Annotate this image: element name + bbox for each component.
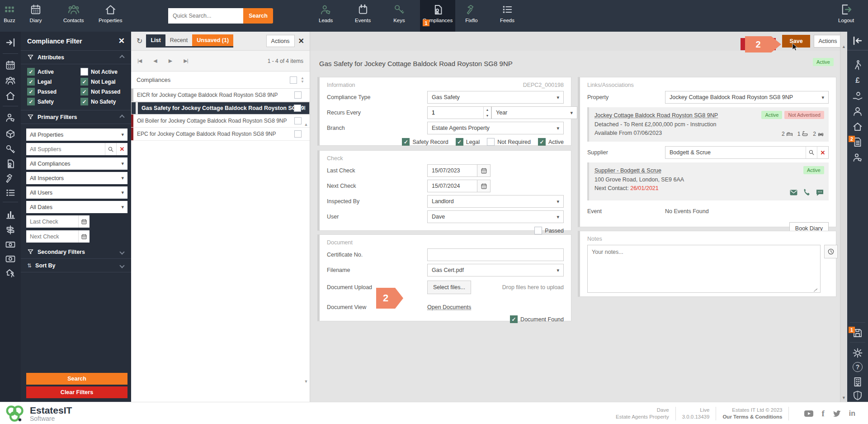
sort-arrows-icon[interactable]: ▲▼ xyxy=(301,76,304,84)
filename-select[interactable]: Gas Cert.pdf xyxy=(427,264,564,276)
list-item-eicr[interactable]: EICR for Jockey Cottage Baldock Road Roy… xyxy=(131,89,310,102)
close-icon[interactable]: ✕ xyxy=(298,37,304,45)
checkbox-passed[interactable]: Passed xyxy=(534,227,564,234)
twitter-icon[interactable] xyxy=(832,409,842,419)
user-select[interactable]: Dave xyxy=(427,210,564,223)
all-suppliers-input[interactable] xyxy=(26,143,105,155)
list-item-gas-safety[interactable]: Gas Safety for Jockey Cottage Baldock Ro… xyxy=(131,102,310,114)
box-icon[interactable] xyxy=(5,129,16,139)
supplier-input[interactable] xyxy=(665,147,806,158)
checkbox[interactable] xyxy=(80,88,88,95)
calendar-icon[interactable] xyxy=(5,60,16,71)
house-person-icon[interactable] xyxy=(5,268,16,279)
tab-list[interactable]: List xyxy=(146,34,165,46)
checkbox[interactable] xyxy=(538,138,546,146)
terms-link[interactable]: Our Terms & Conditions xyxy=(722,414,782,420)
person-icon[interactable] xyxy=(852,106,863,117)
page-next-icon[interactable]: ▶ xyxy=(169,58,172,64)
checkbox-no-safety[interactable]: No Safety xyxy=(80,98,131,105)
notes-textarea[interactable] xyxy=(587,245,821,293)
list-actions-button[interactable]: Actions xyxy=(266,35,295,47)
gear-icon[interactable] xyxy=(852,348,863,358)
checkbox[interactable] xyxy=(27,68,35,76)
checkbox[interactable] xyxy=(27,98,35,105)
help-icon[interactable]: ? xyxy=(853,362,863,372)
clear-icon[interactable] xyxy=(116,143,127,155)
checkbox[interactable] xyxy=(27,88,35,95)
home-icon[interactable] xyxy=(852,121,863,132)
primary-filters-section-header[interactable]: Primary Filters xyxy=(21,110,131,124)
next-check-input[interactable] xyxy=(427,180,477,192)
bar-chart-icon[interactable] xyxy=(5,209,16,220)
row-checkbox[interactable] xyxy=(294,130,302,138)
checkbox-active[interactable]: Active xyxy=(538,138,564,146)
secondary-filters-section-header[interactable]: Secondary Filters xyxy=(21,245,131,259)
clear-icon[interactable] xyxy=(817,147,828,158)
nav-item-buzz[interactable]: Buzz xyxy=(3,3,16,30)
main-scrollbar[interactable]: ▲ ▼ xyxy=(840,32,847,402)
nav-item-compliances[interactable]: Compliances 1 xyxy=(420,0,455,32)
checkbox[interactable] xyxy=(80,78,88,86)
sms-icon[interactable] xyxy=(816,188,824,197)
email-icon[interactable] xyxy=(789,188,798,197)
scroll-up-icon[interactable]: ▲ xyxy=(303,122,309,127)
collapse-right-icon[interactable] xyxy=(5,37,16,48)
row-checkbox[interactable] xyxy=(294,105,301,112)
checkbox[interactable] xyxy=(487,138,495,146)
nav-item-properties[interactable]: Properties xyxy=(99,3,122,30)
search-icon[interactable] xyxy=(105,143,116,155)
nav-item-contacts[interactable]: Contacts xyxy=(63,3,84,30)
list-item-oil-boiler[interactable]: Oil Boiler for Jockey Cottage Baldock Ro… xyxy=(131,114,310,128)
checkbox-not-active[interactable]: Not Active xyxy=(80,68,131,76)
hammer-icon[interactable] xyxy=(5,173,16,184)
checkbox-active[interactable]: Active xyxy=(27,68,80,76)
building-icon[interactable] xyxy=(852,376,863,387)
branch-select[interactable]: Estate Agents Property xyxy=(427,122,564,134)
compliance-certificate-icon[interactable] xyxy=(5,158,16,169)
quick-search-button[interactable]: Search xyxy=(243,8,273,24)
nav-item-events[interactable]: Events xyxy=(355,3,371,30)
recurs-every-input[interactable] xyxy=(428,107,483,119)
spinner-up-icon[interactable]: ▲ xyxy=(484,107,491,113)
page-last-icon[interactable]: ▶| xyxy=(184,58,188,64)
checkbox[interactable] xyxy=(80,98,88,105)
checkbox-legal[interactable]: Legal xyxy=(27,78,80,86)
nav-item-feeds[interactable]: Feeds xyxy=(500,3,514,30)
attributes-section-header[interactable]: Attributes xyxy=(21,51,131,64)
card-icon[interactable] xyxy=(5,253,16,264)
last-check-input[interactable] xyxy=(427,164,477,177)
people-icon[interactable] xyxy=(5,75,16,86)
page-prev-icon[interactable]: ◀ xyxy=(153,58,156,64)
refresh-icon[interactable] xyxy=(137,37,142,45)
nav-item-diary[interactable]: Diary xyxy=(29,3,42,30)
all-properties-select[interactable]: All Properties xyxy=(26,129,127,141)
all-inspectors-select[interactable]: All Inspectors xyxy=(26,172,127,184)
compliance-type-select[interactable]: Gas Safety xyxy=(427,91,564,104)
next-check-input[interactable] xyxy=(26,230,78,243)
clock-icon[interactable] xyxy=(824,245,838,258)
checkbox[interactable] xyxy=(510,315,518,323)
collapse-left-icon[interactable] xyxy=(847,32,868,51)
calendar-icon[interactable] xyxy=(477,164,491,177)
column-header-compliances[interactable]: Compliances ▲▼ xyxy=(131,71,310,89)
open-documents-link[interactable]: Open Documents xyxy=(427,304,471,310)
cash-icon[interactable] xyxy=(5,239,16,250)
certificate-no-input[interactable] xyxy=(427,248,564,261)
nav-item-leads[interactable]: Leads xyxy=(319,3,333,30)
walk-person-icon[interactable] xyxy=(852,60,863,71)
quick-search-input[interactable] xyxy=(168,8,243,24)
checkbox-safety[interactable]: Safety xyxy=(27,98,80,105)
nav-item-logout[interactable]: Logout xyxy=(838,3,854,30)
scroll-up-icon[interactable]: ▲ xyxy=(840,44,847,49)
close-icon[interactable]: ✕ xyxy=(118,36,125,46)
hand-money-icon[interactable] xyxy=(852,91,863,101)
calendar-icon[interactable] xyxy=(477,180,491,192)
save-floppy-icon[interactable]: 1 xyxy=(852,328,863,338)
person-tag-icon[interactable] xyxy=(852,152,863,163)
sort-by-section-header[interactable]: ⇅ Sort By xyxy=(21,259,131,272)
list-scrollbar[interactable]: ▲ ▼ xyxy=(303,122,309,384)
last-check-input[interactable] xyxy=(26,215,78,228)
key-icon[interactable] xyxy=(5,144,16,155)
select-all-checkbox[interactable] xyxy=(290,76,297,84)
phone-icon[interactable] xyxy=(802,188,811,197)
